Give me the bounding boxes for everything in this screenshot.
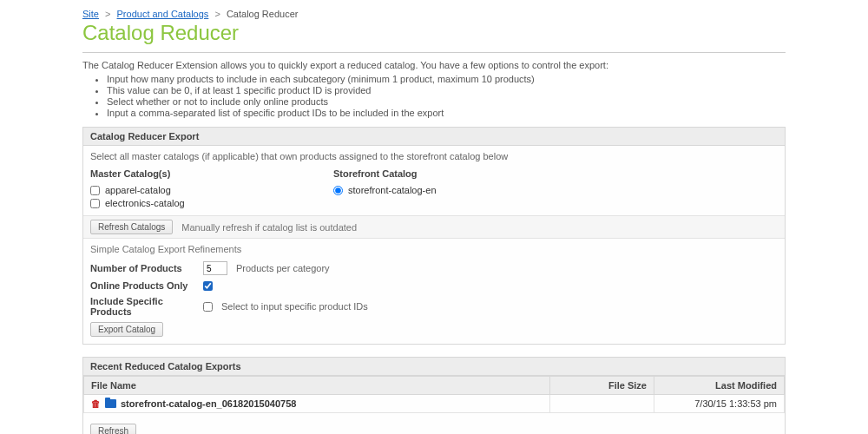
file-size: [550, 395, 654, 413]
recent-panel: Recent Reduced Catalog Exports File Name…: [82, 357, 786, 434]
folder-icon[interactable]: [105, 399, 116, 408]
online-only-label: Online Products Only: [90, 280, 203, 291]
storefront-catalog-option: storefront-catalog-en: [348, 185, 437, 195]
intro-text: The Catalog Reducer Extension allows you…: [82, 60, 786, 70]
export-heading: Catalog Reducer Export: [83, 128, 785, 146]
refresh-button[interactable]: Refresh: [90, 424, 136, 434]
refresh-catalogs-button[interactable]: Refresh Catalogs: [90, 220, 173, 234]
breadcrumb-sep: >: [214, 9, 220, 19]
breadcrumb-current: Catalog Reducer: [227, 9, 299, 19]
refinements-subhead: Simple Catalog Export Refinements: [90, 244, 778, 254]
divider: [82, 52, 786, 53]
num-products-after: Products per category: [236, 263, 330, 273]
intro-bullet: This value can be 0, if at least 1 speci…: [107, 85, 786, 95]
col-modified: Last Modified: [654, 377, 785, 395]
breadcrumb-site[interactable]: Site: [82, 9, 99, 19]
file-name[interactable]: storefront-catalog-en_06182015040758: [121, 398, 296, 409]
recent-heading: Recent Reduced Catalog Exports: [83, 358, 785, 376]
export-panel: Catalog Reducer Export Select all master…: [82, 127, 786, 345]
num-products-label: Number of Products: [90, 263, 203, 273]
master-catalog-checkbox-electronics[interactable]: [90, 199, 100, 208]
master-catalog-label: Master Catalog(s): [90, 168, 281, 179]
include-specific-checkbox[interactable]: [203, 302, 213, 312]
include-specific-after: Select to input specific product IDs: [221, 301, 368, 312]
breadcrumb-sep: >: [105, 9, 110, 19]
master-catalog-option: electronics-catalog: [105, 198, 185, 208]
file-modified: 7/30/15 1:33:53 pm: [654, 395, 785, 413]
intro-bullet: Select whether or not to include only on…: [107, 96, 786, 107]
include-specific-label: Include Specific Products: [90, 296, 203, 317]
refresh-catalogs-hint: Manually refresh if catalog list is outd…: [181, 222, 357, 233]
intro-bullet: Input how many products to include in ea…: [107, 74, 786, 84]
trash-icon[interactable]: 🗑: [91, 398, 101, 409]
storefront-catalog-radio[interactable]: [333, 186, 343, 195]
intro-bullet: Input a comma-separated list of specific…: [107, 108, 786, 118]
table-row: 🗑 storefront-catalog-en_06182015040758 7…: [84, 395, 785, 413]
export-hint: Select all master catalogs (if applicabl…: [90, 151, 778, 161]
recent-table: File Name File Size Last Modified 🗑 stor…: [83, 376, 785, 413]
breadcrumb-products[interactable]: Product and Catalogs: [117, 9, 209, 19]
online-only-checkbox[interactable]: [203, 281, 213, 291]
breadcrumb: Site > Product and Catalogs > Catalog Re…: [82, 9, 786, 19]
intro-list: Input how many products to include in ea…: [107, 74, 786, 118]
master-catalog-checkbox-apparel[interactable]: [90, 186, 100, 195]
col-filename: File Name: [84, 377, 550, 395]
master-catalog-option: apparel-catalog: [105, 185, 171, 195]
export-catalog-button[interactable]: Export Catalog: [90, 322, 163, 337]
storefront-catalog-label: Storefront Catalog: [333, 168, 437, 179]
col-filesize: File Size: [550, 377, 654, 395]
page-title: Catalog Reducer: [82, 21, 786, 45]
num-products-input[interactable]: [203, 261, 227, 275]
